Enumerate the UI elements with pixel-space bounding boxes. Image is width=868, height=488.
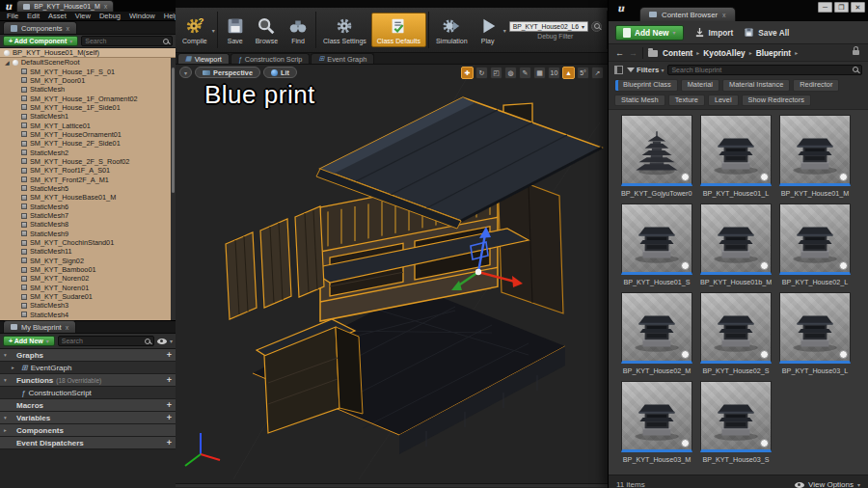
forward-arrow-icon[interactable]: → xyxy=(629,48,637,58)
asset-item[interactable]: BP_KYT_GojyuTower01 xyxy=(621,115,692,198)
component-item[interactable]: SM_KYT_Door01 xyxy=(0,76,176,85)
back-arrow-icon[interactable]: ← xyxy=(615,48,624,58)
my-blueprint-row[interactable]: ▾ Variables + xyxy=(0,412,176,424)
component-item[interactable]: StaticMesh1 xyxy=(0,112,176,121)
component-item[interactable]: StaticMesh9 xyxy=(0,230,176,238)
filter-chip[interactable]: Material xyxy=(681,79,719,92)
viewport-tool-icon[interactable]: ✚ xyxy=(461,67,474,79)
viewport-tool-icon[interactable]: ◍ xyxy=(504,67,517,79)
viewport-tool-icon[interactable]: ◰ xyxy=(490,67,502,79)
menu-item[interactable]: Window xyxy=(129,12,155,20)
filter-chip[interactable]: Blueprint Class xyxy=(614,79,678,92)
filters-button[interactable]: Filters ▾ xyxy=(627,66,664,74)
component-item[interactable]: SM_KYT_Bamboo01 xyxy=(0,265,176,274)
expand-arrow-icon[interactable]: ▾ xyxy=(4,415,11,420)
filter-chip[interactable]: Level xyxy=(708,95,739,107)
menu-item[interactable]: Edit xyxy=(27,12,40,20)
components-search[interactable] xyxy=(81,36,173,46)
component-item[interactable]: SM_KYT_House_2F_Side01 xyxy=(0,139,176,148)
menu-item[interactable]: View xyxy=(75,12,91,20)
component-item[interactable]: SM_KYT_Front2F_A_M1 xyxy=(0,175,176,183)
add-component-button[interactable]: + Add Component ▾ xyxy=(3,36,78,46)
window-control-button[interactable]: ─ xyxy=(818,2,832,13)
asset-search[interactable] xyxy=(667,65,862,75)
asset-item[interactable]: BP_KYT_House01_M xyxy=(779,115,851,198)
asset-item[interactable]: BP_KYT_House01b_M xyxy=(700,203,772,286)
expand-arrow-icon[interactable]: ▸ xyxy=(4,427,11,433)
my-blueprint-search-input[interactable] xyxy=(62,338,143,344)
component-root-row[interactable]: ◢ DefaultSceneRoot xyxy=(0,58,176,67)
component-item[interactable]: SM_KYT_House_1F_Side01 xyxy=(0,103,176,112)
compile-options-caret[interactable]: ▾ xyxy=(212,27,215,34)
add-row-button[interactable]: + xyxy=(167,438,172,447)
3d-viewport[interactable]: ▾ Perspective Lit ✚ ↻ ◰ xyxy=(176,65,608,483)
save-all-button[interactable]: Save All xyxy=(744,27,789,38)
my-blueprint-row[interactable]: ▸ Components xyxy=(0,424,176,437)
component-item[interactable]: SM_KYT_Roof1F_A_S01 xyxy=(0,166,176,175)
lit-mode-button[interactable]: Lit xyxy=(263,67,297,78)
filter-chip[interactable]: Texture xyxy=(668,95,705,107)
close-tab-icon[interactable]: x xyxy=(722,12,726,18)
component-item[interactable]: SM_KYT_Lattice01 xyxy=(0,121,176,129)
close-icon[interactable]: x xyxy=(67,25,70,32)
browse-button[interactable]: Browse xyxy=(251,14,283,46)
component-item[interactable]: SM_KYT_House_1F_Ornament02 xyxy=(0,94,176,102)
debug-search-button[interactable] xyxy=(591,21,602,32)
component-item[interactable]: SM_KYT_HouseOrnament01 xyxy=(0,130,176,139)
component-item[interactable]: SM_KYT_House_2F_S_Roof02 xyxy=(0,157,176,166)
viewport-tool-icon[interactable]: ▲ xyxy=(562,67,575,79)
window-control-button[interactable]: ✕ xyxy=(851,2,865,13)
asset-item[interactable]: BP_KYT_House03_M xyxy=(621,381,692,464)
my-blueprint-row[interactable]: ▸ ⊞ EventGraph xyxy=(0,362,176,374)
component-item[interactable]: StaticMesh11 xyxy=(0,247,176,256)
component-item[interactable]: StaticMesh8 xyxy=(0,220,176,229)
asset-item[interactable]: BP_KYT_House01_S xyxy=(621,203,692,286)
component-item[interactable]: SM_KYT_Noren02 xyxy=(0,274,176,283)
expand-arrow-icon[interactable]: ▸ xyxy=(12,365,18,370)
my-blueprint-row[interactable]: Macros + xyxy=(0,399,176,412)
expand-arrow-icon[interactable]: ◢ xyxy=(5,59,10,66)
my-blueprint-row[interactable]: ƒ ConstructionScript xyxy=(0,387,176,399)
compile-button[interactable]: ? Compile xyxy=(177,14,212,46)
component-item[interactable]: StaticMesh4 xyxy=(0,311,176,319)
menu-item[interactable]: File xyxy=(7,12,18,20)
perspective-button[interactable]: Perspective xyxy=(195,67,260,78)
class-defaults-button[interactable]: Class Defaults xyxy=(371,13,426,47)
expand-arrow-icon[interactable]: ▾ xyxy=(4,377,11,383)
add-row-button[interactable]: + xyxy=(167,400,172,410)
viewport-tool-icon[interactable]: ↗ xyxy=(591,67,604,79)
component-item[interactable]: StaticMesh3 xyxy=(0,301,176,310)
expand-arrow-icon[interactable]: ▾ xyxy=(4,352,11,358)
visibility-filter-icon[interactable] xyxy=(157,339,167,344)
components-search-input[interactable] xyxy=(85,38,161,44)
add-row-button[interactable]: + xyxy=(167,375,172,385)
asset-item[interactable]: BP_KYT_House03_S xyxy=(700,381,772,464)
add-new-button[interactable]: + Add New ▾ xyxy=(3,336,55,346)
add-new-button[interactable]: Add New ▾ xyxy=(615,25,684,41)
viewport-tool-icon[interactable]: 10 xyxy=(548,67,560,79)
component-item[interactable]: StaticMesh5 xyxy=(0,184,176,193)
menu-item[interactable]: Debug xyxy=(99,12,121,20)
content-browser-tab[interactable]: Content Browser x xyxy=(639,7,736,21)
my-blueprint-panel-tab[interactable]: My Blueprint x xyxy=(3,320,76,333)
editor-tab[interactable]: ⊞ Event Graph xyxy=(311,53,374,64)
editor-tab[interactable]: ƒ Construction Scrip xyxy=(231,53,311,64)
filter-chip[interactable]: Show Redirectors xyxy=(742,95,811,107)
sources-panel-icon[interactable] xyxy=(614,66,623,74)
editor-tab[interactable]: ▦ Viewport xyxy=(177,53,230,64)
class-settings-button[interactable]: Class Settings xyxy=(318,14,371,46)
my-blueprint-row[interactable]: Event Dispatchers + xyxy=(0,437,176,449)
component-item[interactable]: SM_KYT_House_1F_S_01 xyxy=(0,67,176,75)
asset-search-input[interactable] xyxy=(671,67,851,73)
viewport-tool-icon[interactable]: ↻ xyxy=(475,67,488,79)
asset-item[interactable]: BP_KYT_House02_M xyxy=(621,292,692,375)
component-item[interactable]: SM_KYT_Sign02 xyxy=(0,257,176,265)
my-blueprint-row[interactable]: ▾ Graphs + xyxy=(0,349,176,362)
components-panel-tab[interactable]: Components x xyxy=(3,21,77,34)
asset-item[interactable]: BP_KYT_House03_L xyxy=(779,292,851,375)
play-options-caret[interactable]: ▾ xyxy=(503,27,506,34)
menu-item[interactable]: Asset xyxy=(48,12,67,20)
viewport-options-button[interactable]: ▾ xyxy=(179,67,192,78)
add-row-button[interactable]: + xyxy=(167,350,172,360)
breadcrumb-item[interactable]: Content xyxy=(663,48,692,58)
